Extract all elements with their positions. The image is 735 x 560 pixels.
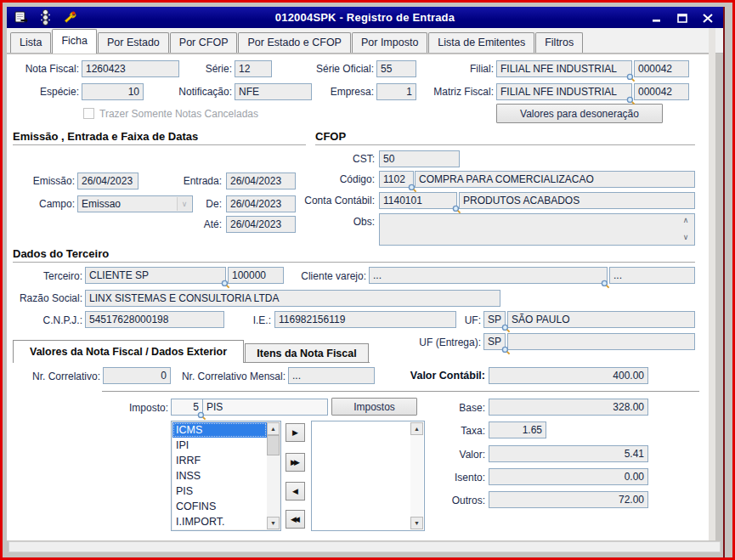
base-field[interactable]: 328.00 (489, 399, 648, 416)
obs-scroll-down-icon[interactable]: ∨ (680, 233, 692, 241)
scroll-down-icon[interactable]: ▼ (267, 517, 280, 529)
tab-por-estado-e-cfop[interactable]: Por Estado e CFOP (238, 32, 350, 53)
conta-contabil-field[interactable]: 1140101 (379, 192, 457, 209)
close-button[interactable] (698, 12, 716, 25)
imposto-label: Imposto: (122, 402, 168, 414)
nr-correlativo-field[interactable]: 0 (103, 367, 171, 384)
emissao-field[interactable]: 26/04/2023 (77, 173, 139, 189)
de-field[interactable]: 26/04/2023 (226, 195, 296, 212)
matriz-name-field[interactable]: FILIAL NFE INDUSTRIAL (496, 83, 632, 100)
matriz-lookup-icon[interactable] (626, 93, 636, 103)
conta-contabil-label: Conta Contábil: (298, 195, 375, 206)
tab-valores-nota-fiscal[interactable]: Valores da Nota Fiscal / Dados Exterior (13, 340, 244, 363)
move-all-left-button[interactable]: ◀◀ (286, 510, 305, 529)
empresa-field[interactable]: 1 (376, 83, 416, 100)
codigo-desc-field[interactable]: COMPRA PARA COMERCIALIZACAO (415, 171, 695, 188)
tab-lista-de-emitentes[interactable]: Lista de Emitentes (428, 32, 534, 53)
isento-field[interactable]: 0.00 (489, 468, 648, 485)
filial-lookup-icon[interactable] (626, 71, 636, 80)
impostos-available-listbox[interactable]: ICMS IPI IRRF INSS PIS COFINS I.IMPORT. … (171, 421, 281, 531)
app-window: 012004SPK - Registro de Entrada Lista Fi… (0, 0, 735, 560)
nr-correlativo-mensal-field[interactable]: ... (288, 367, 375, 384)
cliente-varejo-label: Cliente varejo: (294, 270, 366, 282)
terceiro-name-field[interactable]: CLIENTE SP (85, 267, 226, 284)
especie-field[interactable]: 10 (82, 83, 144, 100)
razao-social-field[interactable]: LINX SISTEMAS E CONSULTORIA LTDA (85, 290, 500, 307)
nota-fiscal-field[interactable]: 1260423 (82, 60, 179, 77)
move-left-button[interactable]: ◀ (286, 482, 305, 501)
ate-field[interactable]: 26/04/2023 (226, 216, 296, 233)
cliente-varejo-field[interactable]: ... (369, 267, 608, 284)
terceiro-section-title: Dados do Terceiro (13, 247, 109, 260)
uf-lookup-icon[interactable] (501, 321, 511, 331)
codigo-lookup-icon[interactable] (408, 181, 417, 190)
razao-social-label: Razão Social: (15, 292, 82, 304)
serie-field[interactable]: 12 (235, 60, 272, 77)
selected-scrollbar[interactable]: ▲ ▼ (410, 422, 423, 529)
conta-contabil-desc-field[interactable]: PRODUTOS ACABADOS (459, 192, 695, 209)
move-right-button[interactable]: ▶ (286, 423, 305, 442)
valor-contabil-label: Valor Contábil: (385, 370, 485, 382)
impostos-scrollbar[interactable]: ▲ ▼ (267, 422, 280, 529)
valor-field[interactable]: 5.41 (489, 445, 648, 462)
tab-filtros[interactable]: Filtros (535, 32, 583, 53)
taxa-field[interactable]: 1.65 (489, 421, 546, 438)
cliente-varejo-code-field[interactable]: ... (609, 267, 695, 284)
imposto-lookup-icon[interactable] (197, 409, 206, 418)
filial-code-field[interactable]: 000042 (634, 60, 689, 77)
outros-field[interactable]: 72.00 (489, 491, 648, 508)
uf-entrega-desc-field[interactable] (507, 333, 695, 350)
list-item[interactable]: COFINS (172, 499, 267, 514)
terceiro-label: Terceiro: (28, 270, 82, 282)
ie-label: I.E.: (244, 314, 271, 326)
scroll-up-icon[interactable]: ▲ (410, 422, 423, 435)
terceiro-code-field[interactable]: 100000 (228, 267, 284, 284)
canceladas-checkbox[interactable] (83, 108, 94, 119)
list-item[interactable]: PIS (172, 484, 267, 499)
list-item[interactable]: I.IMPORT. (172, 514, 267, 529)
list-item[interactable]: IRRF (172, 453, 267, 468)
uf-desc-field[interactable]: SÃO PAULO (507, 311, 695, 328)
list-item[interactable]: INSS (172, 468, 267, 484)
filial-name-field[interactable]: FILIAL NFE INDUSTRIAL (496, 60, 632, 77)
impostos-selected-listbox[interactable]: ▲ ▼ (311, 421, 425, 531)
tab-por-estado[interactable]: Por Estado (98, 32, 169, 53)
conta-lookup-icon[interactable] (452, 202, 461, 212)
imposto-desc-field[interactable]: PIS (202, 399, 328, 416)
tab-por-imposto[interactable]: Por Imposto (352, 32, 427, 53)
valores-desoneracao-button[interactable]: Valores para desoneração (496, 104, 663, 123)
obs-scroll-up-icon[interactable]: ∧ (680, 216, 692, 224)
terceiro-lookup-icon[interactable] (221, 277, 230, 286)
cliente-varejo-lookup-icon[interactable] (601, 277, 610, 286)
minimize-button[interactable] (647, 12, 665, 25)
maximize-button[interactable] (673, 12, 691, 25)
cnpj-field[interactable]: 54517628000198 (85, 311, 224, 328)
uf-entrega-lookup-icon[interactable] (501, 343, 511, 353)
valor-label: Valor: (429, 449, 485, 461)
valor-contabil-field[interactable]: 400.00 (489, 367, 648, 384)
obs-textarea[interactable] (379, 213, 695, 246)
scroll-down-icon[interactable]: ▼ (410, 517, 423, 529)
campo-dropdown[interactable]: Emissao ∨ (77, 195, 193, 212)
scroll-up-icon[interactable]: ▲ (267, 422, 280, 435)
list-item[interactable]: IPI (172, 438, 267, 453)
ie-field[interactable]: 116982156119 (274, 311, 456, 328)
tab-por-cfop[interactable]: Por CFOP (170, 32, 238, 53)
campo-chevron-down-icon[interactable]: ∨ (177, 197, 191, 211)
notificacao-field[interactable]: NFE (235, 83, 312, 100)
cst-field[interactable]: 50 (379, 150, 460, 167)
serie-oficial-field[interactable]: 55 (376, 60, 416, 77)
list-item[interactable]: ICMS (172, 422, 267, 438)
move-all-right-button[interactable]: ▶▶ (286, 453, 305, 472)
impostos-button[interactable]: Impostos (331, 398, 417, 416)
tab-lista[interactable]: Lista (10, 32, 51, 53)
tab-ficha[interactable]: Ficha (52, 29, 97, 54)
entrada-field[interactable]: 26/04/2023 (226, 173, 296, 189)
matriz-code-field[interactable]: 000042 (634, 83, 689, 100)
tab-itens-nota-fiscal[interactable]: Itens da Nota Fiscal (245, 343, 369, 363)
de-label: De: (196, 198, 222, 210)
title-bar: 012004SPK - Registro de Entrada (7, 7, 723, 28)
base-label: Base: (429, 402, 485, 414)
status-bar (8, 541, 721, 552)
scrollbar-thumb[interactable] (267, 435, 280, 455)
